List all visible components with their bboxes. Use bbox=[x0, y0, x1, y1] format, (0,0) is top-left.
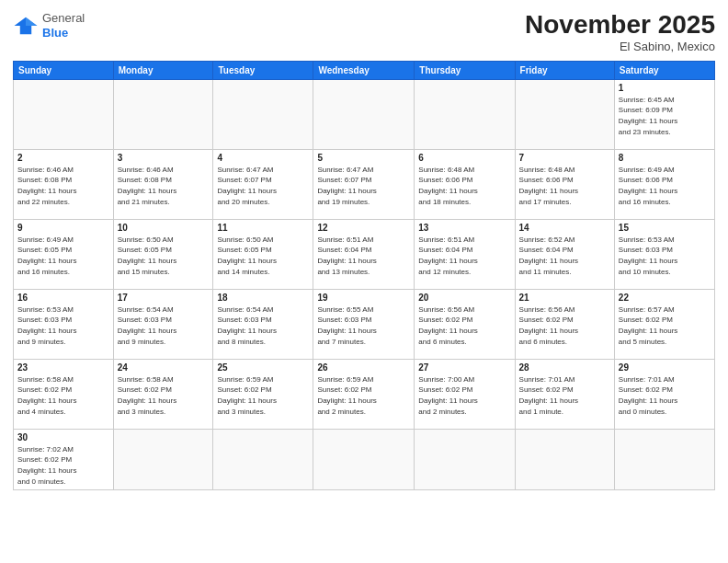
day-number: 5 bbox=[317, 153, 410, 163]
day-info: Sunrise: 6:53 AMSunset: 6:03 PMDaylight:… bbox=[619, 235, 711, 277]
day-info: Sunrise: 6:57 AMSunset: 6:02 PMDaylight:… bbox=[619, 304, 711, 347]
table-row bbox=[515, 79, 614, 149]
table-row: 2Sunrise: 6:46 AMSunset: 6:08 PMDaylight… bbox=[14, 149, 114, 219]
table-row: 30Sunrise: 7:02 AMSunset: 6:02 PMDayligh… bbox=[14, 429, 114, 489]
table-row: 23Sunrise: 6:58 AMSunset: 6:02 PMDayligh… bbox=[14, 359, 114, 429]
logo-general: General bbox=[42, 11, 85, 25]
day-info: Sunrise: 6:49 AMSunset: 6:06 PMDaylight:… bbox=[619, 165, 711, 207]
day-number: 11 bbox=[217, 223, 309, 233]
table-row: 22Sunrise: 6:57 AMSunset: 6:02 PMDayligh… bbox=[614, 289, 714, 359]
month-title: November 2025 bbox=[525, 11, 715, 40]
table-row: 17Sunrise: 6:54 AMSunset: 6:03 PMDayligh… bbox=[113, 289, 213, 359]
day-info: Sunrise: 6:58 AMSunset: 6:02 PMDaylight:… bbox=[118, 374, 210, 417]
table-row bbox=[14, 79, 114, 149]
table-row: 25Sunrise: 6:59 AMSunset: 6:02 PMDayligh… bbox=[213, 359, 313, 429]
day-number: 22 bbox=[619, 293, 711, 303]
table-row: 18Sunrise: 6:54 AMSunset: 6:03 PMDayligh… bbox=[213, 289, 313, 359]
table-row: 16Sunrise: 6:53 AMSunset: 6:03 PMDayligh… bbox=[14, 289, 114, 359]
day-number: 25 bbox=[217, 362, 309, 373]
col-monday: Monday bbox=[113, 61, 213, 79]
day-info: Sunrise: 6:56 AMSunset: 6:02 PMDaylight:… bbox=[418, 304, 510, 347]
day-info: Sunrise: 7:01 AMSunset: 6:02 PMDaylight:… bbox=[619, 374, 711, 417]
day-number: 27 bbox=[418, 362, 510, 373]
day-info: Sunrise: 6:50 AMSunset: 6:05 PMDaylight:… bbox=[118, 235, 210, 277]
day-info: Sunrise: 6:53 AMSunset: 6:03 PMDaylight:… bbox=[17, 304, 109, 347]
day-info: Sunrise: 7:02 AMSunset: 6:02 PMDaylight:… bbox=[17, 444, 109, 487]
day-info: Sunrise: 6:59 AMSunset: 6:02 PMDaylight:… bbox=[317, 374, 410, 417]
header: General Blue November 2025 El Sabino, Me… bbox=[13, 11, 715, 53]
day-number: 28 bbox=[519, 362, 610, 373]
day-info: Sunrise: 6:47 AMSunset: 6:07 PMDaylight:… bbox=[317, 165, 410, 207]
day-number: 29 bbox=[619, 362, 711, 373]
col-wednesday: Wednesday bbox=[313, 61, 415, 79]
calendar-table: Sunday Monday Tuesday Wednesday Thursday… bbox=[13, 61, 715, 490]
day-info: Sunrise: 7:00 AMSunset: 6:02 PMDaylight:… bbox=[418, 374, 510, 417]
day-info: Sunrise: 6:52 AMSunset: 6:04 PMDaylight:… bbox=[519, 235, 610, 277]
table-row: 12Sunrise: 6:51 AMSunset: 6:04 PMDayligh… bbox=[313, 219, 415, 289]
table-row: 28Sunrise: 7:01 AMSunset: 6:02 PMDayligh… bbox=[515, 359, 614, 429]
table-row: 15Sunrise: 6:53 AMSunset: 6:03 PMDayligh… bbox=[614, 219, 714, 289]
day-number: 30 bbox=[17, 432, 109, 442]
day-number: 14 bbox=[519, 223, 610, 233]
table-row bbox=[614, 429, 714, 489]
day-info: Sunrise: 6:58 AMSunset: 6:02 PMDaylight:… bbox=[17, 374, 109, 417]
table-row bbox=[415, 79, 515, 149]
day-info: Sunrise: 6:51 AMSunset: 6:04 PMDaylight:… bbox=[418, 235, 510, 277]
day-number: 4 bbox=[217, 153, 309, 163]
day-number: 21 bbox=[519, 293, 610, 303]
svg-marker-1 bbox=[26, 17, 37, 25]
day-number: 18 bbox=[217, 293, 309, 303]
col-thursday: Thursday bbox=[415, 61, 515, 79]
table-row: 10Sunrise: 6:50 AMSunset: 6:05 PMDayligh… bbox=[113, 219, 213, 289]
table-row bbox=[113, 79, 213, 149]
day-info: Sunrise: 6:56 AMSunset: 6:02 PMDaylight:… bbox=[519, 304, 610, 347]
day-info: Sunrise: 6:46 AMSunset: 6:08 PMDaylight:… bbox=[17, 165, 109, 207]
logo-text: General Blue bbox=[42, 11, 85, 40]
day-info: Sunrise: 6:45 AMSunset: 6:09 PMDaylight:… bbox=[619, 95, 711, 137]
table-row bbox=[313, 79, 415, 149]
table-row: 29Sunrise: 7:01 AMSunset: 6:02 PMDayligh… bbox=[614, 359, 714, 429]
day-number: 19 bbox=[317, 293, 410, 303]
table-row bbox=[313, 429, 415, 489]
day-number: 26 bbox=[317, 362, 410, 373]
day-number: 1 bbox=[619, 83, 711, 93]
table-row: 3Sunrise: 6:46 AMSunset: 6:08 PMDaylight… bbox=[113, 149, 213, 219]
table-row: 9Sunrise: 6:49 AMSunset: 6:05 PMDaylight… bbox=[14, 219, 114, 289]
calendar-header-row: Sunday Monday Tuesday Wednesday Thursday… bbox=[14, 61, 715, 79]
day-number: 2 bbox=[17, 153, 109, 163]
table-row bbox=[213, 429, 313, 489]
day-info: Sunrise: 6:49 AMSunset: 6:05 PMDaylight:… bbox=[17, 235, 109, 277]
col-sunday: Sunday bbox=[14, 61, 114, 79]
table-row: 6Sunrise: 6:48 AMSunset: 6:06 PMDaylight… bbox=[415, 149, 515, 219]
location-subtitle: El Sabino, Mexico bbox=[525, 40, 715, 53]
day-info: Sunrise: 6:55 AMSunset: 6:03 PMDaylight:… bbox=[317, 304, 410, 347]
day-number: 8 bbox=[619, 153, 711, 163]
col-friday: Friday bbox=[515, 61, 614, 79]
day-number: 12 bbox=[317, 223, 410, 233]
page: General Blue November 2025 El Sabino, Me… bbox=[0, 0, 728, 563]
table-row: 7Sunrise: 6:48 AMSunset: 6:06 PMDaylight… bbox=[515, 149, 614, 219]
day-info: Sunrise: 6:54 AMSunset: 6:03 PMDaylight:… bbox=[118, 304, 210, 347]
table-row: 11Sunrise: 6:50 AMSunset: 6:05 PMDayligh… bbox=[213, 219, 313, 289]
table-row bbox=[113, 429, 213, 489]
day-number: 20 bbox=[418, 293, 510, 303]
day-info: Sunrise: 6:59 AMSunset: 6:02 PMDaylight:… bbox=[217, 374, 309, 417]
day-number: 24 bbox=[118, 362, 210, 373]
logo: General Blue bbox=[13, 11, 85, 40]
day-number: 9 bbox=[17, 223, 109, 233]
day-number: 23 bbox=[17, 362, 109, 373]
day-info: Sunrise: 7:01 AMSunset: 6:02 PMDaylight:… bbox=[519, 374, 610, 417]
day-number: 6 bbox=[418, 153, 510, 163]
logo-blue: Blue bbox=[42, 26, 68, 40]
title-block: November 2025 El Sabino, Mexico bbox=[525, 11, 715, 53]
table-row: 14Sunrise: 6:52 AMSunset: 6:04 PMDayligh… bbox=[515, 219, 614, 289]
table-row: 8Sunrise: 6:49 AMSunset: 6:06 PMDaylight… bbox=[614, 149, 714, 219]
table-row: 5Sunrise: 6:47 AMSunset: 6:07 PMDaylight… bbox=[313, 149, 415, 219]
col-saturday: Saturday bbox=[614, 61, 714, 79]
day-number: 17 bbox=[118, 293, 210, 303]
table-row: 24Sunrise: 6:58 AMSunset: 6:02 PMDayligh… bbox=[113, 359, 213, 429]
day-info: Sunrise: 6:54 AMSunset: 6:03 PMDaylight:… bbox=[217, 304, 309, 347]
table-row: 20Sunrise: 6:56 AMSunset: 6:02 PMDayligh… bbox=[415, 289, 515, 359]
table-row: 27Sunrise: 7:00 AMSunset: 6:02 PMDayligh… bbox=[415, 359, 515, 429]
day-number: 7 bbox=[519, 153, 610, 163]
